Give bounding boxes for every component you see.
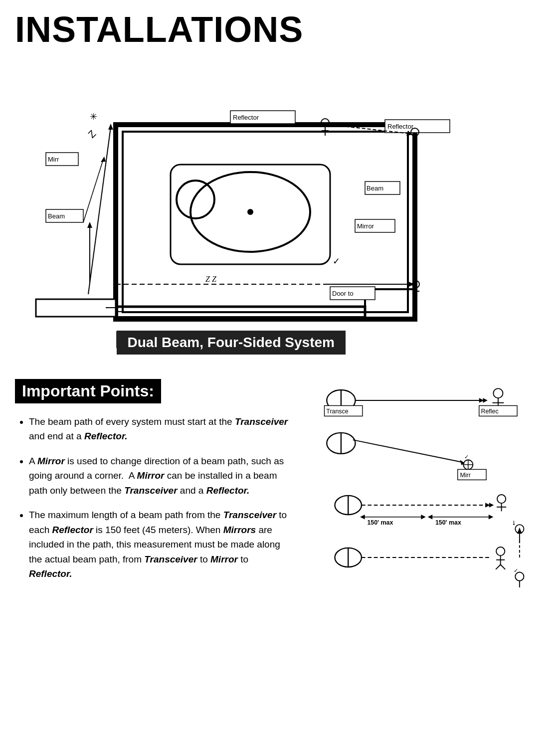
reflector-label-4: Reflector.: [29, 568, 72, 579]
svg-marker-95: [489, 515, 494, 520]
svg-text:150' max: 150' max: [367, 519, 393, 526]
svg-text:Beam: Beam: [48, 212, 65, 220]
svg-line-73: [353, 440, 463, 462]
important-heading: Important Points:: [15, 379, 161, 403]
svg-line-104: [501, 564, 506, 569]
svg-point-86: [497, 495, 506, 503]
svg-text:Mirr: Mirr: [460, 472, 471, 479]
bullet-list: The beam path of every system must start…: [15, 414, 293, 581]
important-section: Important Points: The beam path of every…: [15, 379, 545, 591]
svg-marker-94: [428, 515, 433, 520]
page-title: INSTALLATIONS: [0, 0, 560, 50]
svg-text:Reflector: Reflector: [387, 123, 414, 130]
diagram-caption: Dual Beam, Four-Sided System: [117, 331, 346, 355]
svg-text:✳: ✳: [90, 112, 97, 122]
transceiver-label-1: Transceiver: [235, 416, 288, 427]
transceiver-label-2: Transceiver: [124, 485, 177, 496]
bullet-item-1: The beam path of every system must start…: [29, 414, 293, 444]
svg-line-49: [83, 160, 103, 222]
svg-text:✓: ✓: [514, 567, 518, 573]
small-diagrams: Transce Reflec: [313, 379, 545, 591]
svg-text:Reflector: Reflector: [233, 114, 259, 121]
svg-text:✓: ✓: [464, 454, 469, 460]
svg-point-100: [496, 547, 505, 555]
svg-text:Door to: Door to: [332, 290, 354, 297]
important-text-block: Important Points: The beam path of every…: [15, 379, 293, 591]
mirrors-label-1: Mirrors: [223, 525, 256, 535]
svg-line-13: [88, 127, 111, 294]
svg-text:150' max: 150' max: [435, 519, 461, 526]
svg-marker-63: [483, 398, 488, 403]
mirror-label-1: Mirror: [37, 456, 65, 466]
svg-point-5: [247, 209, 253, 215]
reflector-label-1: Reflector.: [84, 431, 128, 441]
svg-marker-90: [360, 515, 365, 520]
bullet-item-2: A Mirror is used to change direction of …: [29, 454, 293, 498]
svg-point-110: [515, 572, 524, 581]
svg-text:Mirror: Mirror: [357, 222, 374, 230]
svg-text:Transce: Transce: [326, 408, 348, 415]
svg-marker-14: [108, 124, 113, 130]
svg-marker-91: [421, 515, 426, 520]
svg-point-3: [177, 181, 214, 218]
svg-marker-50: [101, 157, 106, 162]
bullet-item-3: The maximum length of a beam path from t…: [29, 508, 293, 581]
svg-marker-108: [517, 528, 522, 534]
svg-text:✓: ✓: [333, 256, 340, 266]
transceiver-label-3: Transceiver: [223, 510, 276, 520]
reflector-label-3: Reflector: [52, 525, 93, 535]
svg-text:Reflec: Reflec: [481, 408, 499, 415]
svg-text:✓: ✓: [510, 519, 519, 528]
svg-marker-85: [489, 503, 494, 508]
top-diagram: ✳ Reflector Reflector Mirror Beam Beam M…: [6, 55, 555, 364]
svg-text:Z: Z: [86, 128, 98, 140]
mirror-label-3: Mirror: [210, 554, 238, 564]
transceiver-label-4: Transceiver: [144, 554, 197, 564]
svg-rect-11: [36, 299, 116, 317]
svg-point-64: [493, 388, 503, 398]
reflector-label-2: Reflector.: [206, 485, 250, 496]
mirror-label-2: Mirror: [137, 470, 165, 481]
svg-text:Beam: Beam: [367, 184, 383, 192]
svg-text:Z Z: Z Z: [205, 275, 217, 283]
svg-marker-36: [87, 222, 92, 228]
svg-line-103: [496, 564, 501, 569]
svg-text:Mirr: Mirr: [48, 156, 59, 163]
